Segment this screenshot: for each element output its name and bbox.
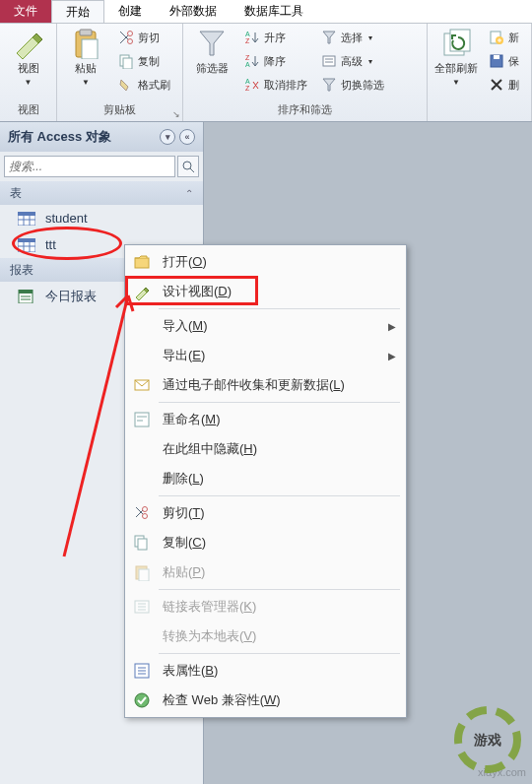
- ctx-link-manager: 链接表管理器(K): [127, 592, 404, 621]
- table-icon: [18, 212, 35, 226]
- site-logo: 游戏: [453, 705, 522, 774]
- refresh-all-button[interactable]: 全部刷新 ▼: [433, 28, 479, 119]
- ctx-paste: 粘贴(P): [127, 557, 404, 587]
- svg-text:Z: Z: [245, 85, 250, 92]
- svg-text:A: A: [245, 61, 250, 68]
- collapse-icon: ⌃: [185, 188, 193, 199]
- nav-category-tables[interactable]: 表 ⌃: [0, 181, 203, 205]
- clipboard-dialog-launcher[interactable]: ↘: [172, 109, 180, 119]
- nav-search-button[interactable]: [177, 156, 199, 177]
- ctx-delete[interactable]: 删除(L): [127, 464, 404, 493]
- tab-create[interactable]: 创建: [104, 0, 156, 23]
- tab-db-tools[interactable]: 数据库工具: [231, 0, 317, 23]
- link-manager-icon: [133, 598, 151, 616]
- open-icon: [133, 253, 151, 271]
- scissors-icon: [118, 30, 134, 45]
- selection-button[interactable]: 选择▾: [317, 28, 388, 47]
- copy-button[interactable]: 复制: [114, 51, 174, 71]
- svg-point-30: [143, 507, 148, 512]
- search-icon: [182, 161, 194, 172]
- paste-icon: [133, 563, 151, 581]
- format-painter-button[interactable]: 格式刷: [114, 75, 174, 95]
- ctx-convert-local: 转换为本地表(V): [127, 621, 404, 651]
- new-icon: [489, 30, 504, 45]
- ctx-separator: [159, 495, 400, 496]
- svg-rect-33: [138, 539, 147, 550]
- sort-asc-icon: AZ: [244, 30, 260, 45]
- submenu-arrow-icon: ▶: [388, 351, 396, 361]
- svg-point-38: [135, 693, 149, 707]
- delete-record-button[interactable]: 删: [485, 75, 523, 95]
- nav-dropdown-icon[interactable]: ▾: [160, 129, 175, 145]
- paste-button[interactable]: 粘贴 ▼: [63, 28, 108, 102]
- ctx-separator: [159, 653, 400, 654]
- svg-rect-19: [494, 55, 499, 59]
- svg-text:A: A: [245, 78, 250, 85]
- nav-pane-header[interactable]: 所有 Access 对象 ▾ «: [0, 122, 203, 152]
- context-menu: 打开(O) 设计视图(D) 导入(M) ▶ 导出(E) ▶ 通过电子邮件收集和更…: [124, 244, 407, 718]
- cut-button[interactable]: 剪切: [114, 28, 174, 47]
- ctx-rename[interactable]: 重命名(M): [127, 405, 404, 434]
- nav-search-input[interactable]: [4, 156, 175, 177]
- svg-point-31: [143, 514, 148, 519]
- ctx-open[interactable]: 打开(O): [127, 247, 404, 277]
- properties-icon: [133, 662, 151, 680]
- nav-collapse-icon[interactable]: «: [179, 129, 195, 145]
- copy-icon: [133, 534, 151, 552]
- svg-text:游戏: 游戏: [473, 732, 501, 748]
- new-record-button[interactable]: 新: [485, 28, 523, 47]
- tab-external-data[interactable]: 外部数据: [156, 0, 231, 23]
- ctx-separator: [159, 308, 400, 309]
- table-icon: [18, 238, 35, 252]
- email-icon: [133, 376, 151, 394]
- ctx-table-properties[interactable]: 表属性(B): [127, 656, 404, 686]
- tab-home[interactable]: 开始: [51, 0, 104, 23]
- ctx-export[interactable]: 导出(E) ▶: [127, 341, 404, 370]
- nav-table-student[interactable]: student: [0, 205, 203, 231]
- selection-icon: [321, 30, 337, 45]
- clipboard-icon: [70, 28, 101, 59]
- ribbon: 视图 ▼ 视图 粘贴 ▼ 剪切 复制: [0, 24, 532, 122]
- svg-rect-2: [82, 39, 98, 59]
- ctx-check-web[interactable]: 检查 Web 兼容性(W): [127, 686, 404, 715]
- delete-icon: [489, 77, 504, 93]
- filter-button[interactable]: 筛选器: [189, 28, 234, 102]
- design-view-icon: [133, 283, 151, 300]
- svg-rect-13: [323, 56, 335, 66]
- ctx-design-view[interactable]: 设计视图(D): [127, 277, 404, 306]
- ctx-cut[interactable]: 剪切(T): [127, 498, 404, 528]
- sort-desc-button[interactable]: ZA降序: [240, 51, 311, 71]
- svg-point-3: [128, 32, 133, 36]
- svg-point-4: [128, 39, 133, 44]
- submenu-arrow-icon: ▶: [388, 321, 396, 332]
- ctx-separator: [159, 402, 400, 403]
- save-icon: [489, 53, 504, 69]
- view-label: 视图: [18, 61, 39, 76]
- advanced-button[interactable]: 高级▾: [317, 51, 388, 71]
- svg-rect-6: [123, 58, 132, 69]
- ctx-email-collect[interactable]: 通过电子邮件收集和更新数据(L): [127, 370, 404, 400]
- nav-search-row: [0, 152, 203, 181]
- svg-rect-29: [135, 413, 149, 426]
- toggle-filter-button[interactable]: 切换筛选: [317, 75, 388, 95]
- ctx-hide[interactable]: 在此组中隐藏(H): [127, 434, 404, 464]
- toggle-filter-icon: [321, 77, 337, 93]
- svg-rect-22: [18, 212, 35, 216]
- svg-rect-27: [135, 258, 149, 268]
- sort-asc-button[interactable]: AZ升序: [240, 28, 311, 47]
- ctx-copy[interactable]: 复制(C): [127, 528, 404, 557]
- tab-file[interactable]: 文件: [0, 0, 51, 23]
- funnel-icon: [196, 28, 228, 59]
- save-record-button[interactable]: 保: [485, 51, 523, 71]
- ctx-import[interactable]: 导入(M) ▶: [127, 311, 404, 341]
- design-view-icon: [13, 28, 44, 59]
- clear-sort-button[interactable]: AZ取消排序: [240, 75, 311, 95]
- paste-label: 粘贴: [75, 61, 97, 76]
- svg-point-20: [183, 162, 191, 169]
- ribbon-tabs: 文件 开始 创建 外部数据 数据库工具: [0, 0, 532, 24]
- svg-text:Z: Z: [245, 37, 250, 44]
- brush-icon: [118, 77, 134, 93]
- svg-rect-35: [139, 569, 149, 581]
- sort-desc-icon: ZA: [244, 53, 260, 69]
- view-button[interactable]: 视图 ▼: [6, 28, 50, 102]
